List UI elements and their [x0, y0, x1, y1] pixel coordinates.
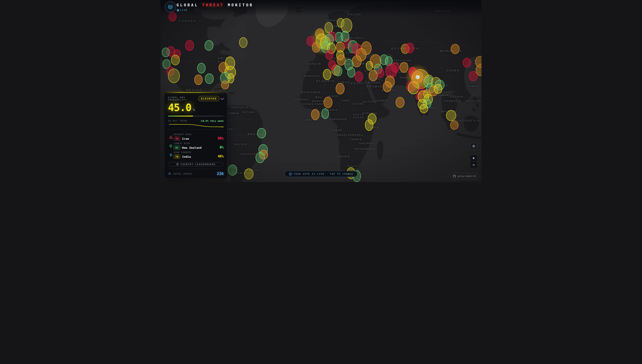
threat-bubble[interactable]	[162, 48, 169, 57]
threat-bubble[interactable]	[434, 84, 442, 94]
threat-bubble[interactable]	[324, 97, 332, 108]
trend-change: -10.6% this week	[199, 120, 224, 122]
threat-bubble[interactable]	[408, 82, 419, 94]
threat-bubble[interactable]	[336, 83, 344, 94]
threat-bubble[interactable]	[337, 55, 345, 65]
radar-logo-icon	[165, 2, 176, 12]
threat-bubble[interactable]	[312, 42, 320, 52]
risk-section-label: LOWEST RISK	[174, 142, 220, 144]
threat-bubble[interactable]	[377, 69, 384, 78]
threat-bubble[interactable]	[185, 40, 194, 50]
threat-bubble[interactable]	[311, 109, 319, 120]
zoom-controls: + −	[470, 155, 477, 168]
threat-bubble[interactable]	[365, 120, 373, 130]
github-icon	[453, 174, 456, 178]
risk-section-label: HIGHEST RISK	[174, 134, 218, 136]
total-votes-value: 236	[217, 172, 224, 176]
threat-bubble[interactable]	[228, 74, 234, 83]
threat-bubble[interactable]	[383, 82, 391, 92]
threat-bubble[interactable]	[469, 72, 478, 81]
threat-bubble[interactable]	[197, 63, 205, 73]
threat-bubble[interactable]	[256, 152, 265, 163]
trend-line	[169, 124, 223, 127]
probability-bar-fill	[168, 116, 193, 116]
crosshair-icon	[472, 144, 476, 148]
threat-bubble[interactable]	[369, 70, 377, 81]
percent-sign: %	[193, 108, 195, 112]
trend-label: 30-DAY TREND	[168, 120, 187, 122]
threat-bubble[interactable]	[392, 63, 399, 72]
live-dot-icon	[177, 10, 179, 11]
country-name: New Zealand	[182, 146, 201, 149]
page-title: GLOBAL THREAT MONITOR	[176, 3, 254, 7]
trend-sparkline	[168, 124, 224, 127]
threat-bubble[interactable]	[205, 74, 213, 84]
threat-bubble[interactable]	[341, 18, 352, 33]
user-location-marker[interactable]	[416, 76, 419, 79]
threat-bubble[interactable]	[171, 55, 179, 65]
vote-status-text: YOUR VOTE IS LIVE · TAP TO CHANGE	[294, 173, 353, 175]
threat-bubble[interactable]	[347, 67, 355, 77]
header: GLOBAL THREAT MONITOR LIVE	[160, 0, 482, 14]
country-code-badge: NZ	[174, 146, 180, 150]
country-name: India	[182, 155, 191, 158]
risk-value: 86%	[218, 136, 224, 140]
risk-value: 0%	[220, 146, 224, 149]
threat-bubble[interactable]	[326, 50, 333, 60]
threat-bubble[interactable]	[322, 109, 329, 119]
threat-bubble[interactable]	[352, 56, 361, 67]
app-root: ICELANDRUSSIACANADAFINLANDNORWAYSWEDENDE…	[160, 0, 482, 182]
probability-bar	[168, 116, 224, 116]
threat-bubble[interactable]	[463, 58, 471, 67]
risk-row[interactable]: HIGHEST RISKIRIran86%	[168, 134, 224, 141]
warning-icon	[168, 135, 174, 139]
country-code-badge: IR	[174, 136, 180, 141]
threat-bubble[interactable]	[396, 97, 404, 108]
threat-bubble[interactable]	[329, 60, 336, 70]
credit-pill[interactable]: @skyrabbit4	[450, 173, 479, 179]
risk-section-label: YOUR COUNTRY	[174, 151, 218, 154]
live-indicator: LIVE	[177, 9, 188, 12]
total-votes-row: TOTAL VOTES 236	[168, 172, 224, 176]
threat-bubble[interactable]	[323, 69, 331, 80]
trophy-icon	[176, 163, 179, 166]
threat-bubble[interactable]	[406, 43, 414, 53]
threat-bubble[interactable]	[355, 72, 363, 82]
threat-bubble[interactable]	[447, 110, 456, 121]
probability-value: 45.0	[168, 102, 191, 112]
panel-title: GLOBAL WW3 PROBABILITY	[168, 96, 198, 101]
country-leaderboard-button[interactable]: COUNTRY LEADERBOARD	[168, 162, 224, 166]
threat-bubble[interactable]	[366, 61, 373, 70]
risk-value: 46%	[218, 154, 224, 158]
pin-icon	[168, 153, 174, 157]
locate-button[interactable]	[470, 143, 477, 150]
threat-bubble[interactable]	[168, 69, 179, 83]
vote-status-pill[interactable]: YOUR VOTE IS LIVE · TAP TO CHANGE	[285, 171, 357, 177]
zoom-out-button[interactable]: −	[470, 162, 477, 168]
risk-rows: HIGHEST RISKIRIran86%LOWEST RISKNZNew Ze…	[168, 132, 224, 160]
threat-bubble[interactable]	[400, 62, 408, 72]
country-code-badge: IN	[174, 154, 180, 159]
status-badge[interactable]: ELEVATED	[198, 96, 219, 101]
probability-panel: GLOBAL WW3 PROBABILITY ELEVATED 45.0 % 3…	[164, 92, 227, 179]
threat-bubble[interactable]	[341, 31, 349, 42]
threat-bubble[interactable]	[240, 38, 247, 48]
chevron-down-icon[interactable]	[221, 96, 224, 100]
threat-bubble[interactable]	[194, 75, 202, 85]
threat-bubble[interactable]	[420, 104, 428, 113]
credit-handle: @skyrabbit4	[458, 175, 476, 178]
threat-bubble[interactable]	[245, 169, 253, 179]
threat-bubble[interactable]	[228, 165, 237, 176]
threat-bubble[interactable]	[334, 66, 342, 76]
threat-bubble[interactable]	[222, 81, 229, 89]
zoom-in-button[interactable]: +	[470, 155, 477, 162]
shield-icon	[168, 144, 174, 148]
users-icon	[168, 172, 171, 176]
threat-bubble[interactable]	[257, 128, 266, 138]
threat-bubble[interactable]	[205, 40, 213, 50]
threat-bubble[interactable]	[451, 44, 459, 54]
risk-row[interactable]: YOUR COUNTRYINIndia46%	[168, 151, 224, 159]
threat-bubble[interactable]	[450, 121, 458, 130]
live-label: LIVE	[180, 9, 188, 12]
risk-row[interactable]: LOWEST RISKNZNew Zealand0%	[168, 142, 224, 150]
